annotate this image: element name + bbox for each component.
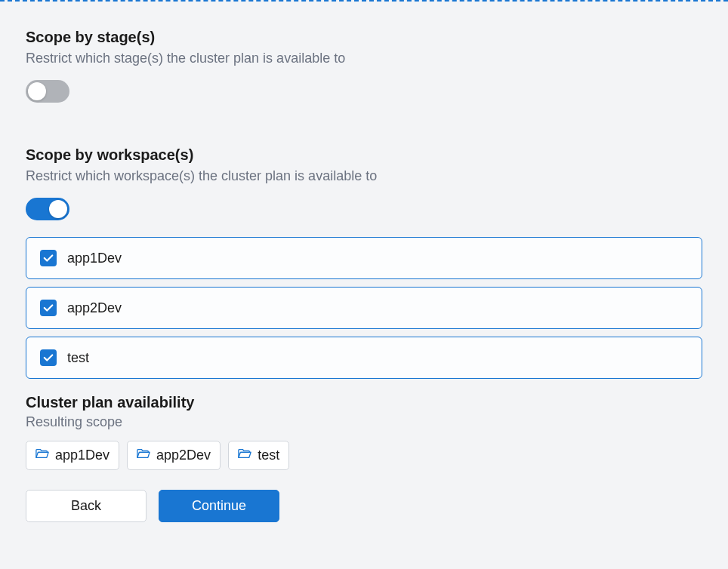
stages-toggle[interactable] [26, 80, 69, 103]
checkbox-checked-icon [40, 349, 57, 366]
folder-open-icon [137, 448, 150, 463]
back-button[interactable]: Back [26, 490, 147, 522]
scope-tag-row: app1Dev app2Dev test [26, 441, 702, 470]
scope-tag: test [228, 441, 289, 470]
workspaces-toggle[interactable] [26, 198, 69, 220]
workspaces-description: Restrict which workspace(s) the cluster … [26, 168, 702, 184]
folder-open-icon [238, 448, 251, 463]
stages-description: Restrict which stage(s) the cluster plan… [26, 51, 702, 66]
continue-button[interactable]: Continue [159, 490, 279, 522]
workspaces-title: Scope by workspace(s) [26, 146, 702, 164]
workspace-item-test[interactable]: test [26, 337, 702, 379]
main-content: Scope by stage(s) Restrict which stage(s… [0, 29, 728, 522]
toggle-knob [49, 200, 67, 218]
workspace-label: app1Dev [67, 251, 122, 266]
workspace-label: test [67, 350, 89, 366]
scope-tag-label: test [258, 448, 279, 463]
scope-tag-label: app1Dev [55, 448, 110, 463]
workspace-item-app2dev[interactable]: app2Dev [26, 287, 702, 329]
checkbox-checked-icon [40, 250, 57, 266]
scope-tag: app2Dev [127, 441, 221, 470]
availability-subtitle: Resulting scope [26, 414, 702, 430]
workspace-item-app1dev[interactable]: app1Dev [26, 237, 702, 279]
availability-title: Cluster plan availability [26, 394, 702, 411]
folder-open-icon [35, 448, 49, 463]
scope-tag: app1Dev [26, 441, 119, 470]
button-row: Back Continue [26, 490, 702, 522]
scope-tag-label: app2Dev [156, 448, 211, 463]
workspace-label: app2Dev [67, 300, 122, 316]
toggle-knob [28, 82, 46, 100]
stages-title: Scope by stage(s) [26, 29, 702, 46]
checkbox-checked-icon [40, 300, 57, 316]
dashed-divider [0, 0, 728, 2]
